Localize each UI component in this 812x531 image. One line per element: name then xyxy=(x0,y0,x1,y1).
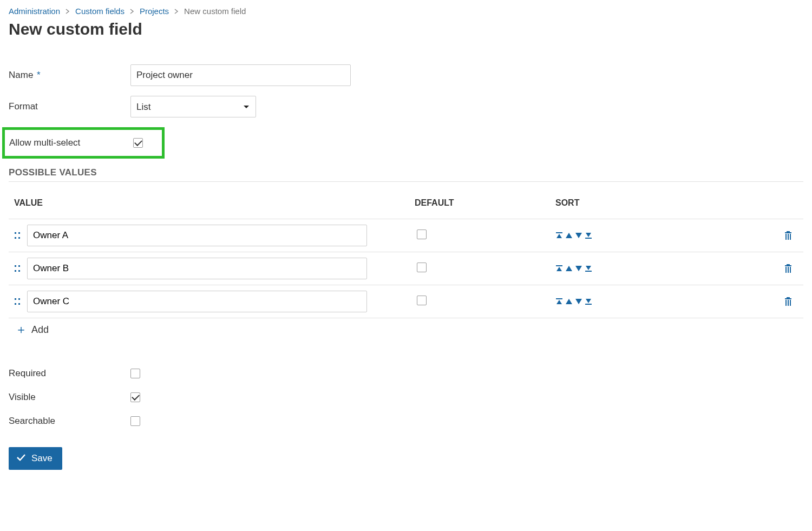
possible-values-table: VALUE DEFAULT SORT xyxy=(9,187,803,318)
col-sort: SORT xyxy=(555,198,772,208)
svg-rect-12 xyxy=(18,265,20,267)
col-value: VALUE xyxy=(14,198,415,208)
svg-rect-5 xyxy=(585,238,592,239)
required-label: Required xyxy=(9,368,130,379)
add-label: Add xyxy=(31,324,49,336)
required-checkbox[interactable] xyxy=(130,369,140,378)
svg-rect-11 xyxy=(15,265,16,267)
row-visible: Visible xyxy=(9,392,803,403)
svg-rect-23 xyxy=(18,298,20,300)
move-up-icon[interactable] xyxy=(565,232,573,239)
save-label: Save xyxy=(31,453,53,464)
svg-rect-22 xyxy=(15,298,16,300)
move-top-icon[interactable] xyxy=(555,265,563,272)
save-button[interactable]: Save xyxy=(9,447,62,470)
breadcrumb-custom-fields[interactable]: Custom fields xyxy=(75,6,125,16)
svg-rect-14 xyxy=(18,270,20,272)
chevron-right-icon xyxy=(174,9,179,14)
drag-handle-icon[interactable] xyxy=(14,264,21,273)
move-bottom-icon[interactable] xyxy=(585,298,592,305)
svg-rect-18 xyxy=(787,264,790,265)
chevron-right-icon xyxy=(130,9,134,14)
svg-rect-21 xyxy=(790,267,791,273)
move-top-icon[interactable] xyxy=(555,232,563,239)
table-row xyxy=(9,252,803,285)
svg-rect-26 xyxy=(556,298,562,299)
required-marker: * xyxy=(37,70,41,80)
svg-rect-13 xyxy=(15,270,16,272)
searchable-label: Searchable xyxy=(9,416,130,427)
name-label: Name * xyxy=(9,70,130,81)
chevron-right-icon xyxy=(66,9,70,14)
svg-rect-16 xyxy=(585,271,592,272)
breadcrumb-projects[interactable]: Projects xyxy=(140,6,169,16)
plus-icon: ＋ xyxy=(15,324,27,336)
drag-handle-icon[interactable] xyxy=(14,297,21,306)
table-row xyxy=(9,219,803,252)
default-checkbox[interactable] xyxy=(417,296,427,305)
row-multiselect-highlight: Allow multi-select xyxy=(2,127,165,159)
svg-rect-31 xyxy=(788,300,789,306)
move-up-icon[interactable] xyxy=(565,298,573,305)
move-down-icon[interactable] xyxy=(575,232,582,239)
svg-rect-0 xyxy=(15,232,16,234)
move-down-icon[interactable] xyxy=(575,298,582,305)
trash-icon[interactable] xyxy=(784,231,793,240)
row-format: Format List xyxy=(9,96,803,117)
svg-rect-24 xyxy=(15,303,16,305)
svg-rect-27 xyxy=(585,304,592,305)
row-searchable: Searchable xyxy=(9,416,803,427)
row-name: Name * xyxy=(9,64,803,86)
svg-rect-1 xyxy=(18,232,20,234)
svg-rect-17 xyxy=(785,265,791,266)
col-actions xyxy=(772,198,804,208)
value-input[interactable] xyxy=(27,291,367,312)
svg-rect-15 xyxy=(556,265,562,266)
format-label: Format xyxy=(9,101,130,112)
multiselect-checkbox[interactable] xyxy=(133,138,143,148)
default-checkbox[interactable] xyxy=(417,230,427,239)
svg-rect-7 xyxy=(787,231,790,232)
move-bottom-icon[interactable] xyxy=(585,265,592,272)
svg-rect-8 xyxy=(785,234,787,240)
svg-rect-9 xyxy=(788,234,789,240)
multiselect-label: Allow multi-select xyxy=(9,137,133,148)
svg-rect-29 xyxy=(787,297,790,298)
svg-rect-10 xyxy=(790,234,791,240)
value-input[interactable] xyxy=(27,258,367,279)
searchable-checkbox[interactable] xyxy=(130,416,140,426)
move-up-icon[interactable] xyxy=(565,265,573,272)
section-divider xyxy=(9,181,803,182)
trash-icon[interactable] xyxy=(784,264,793,273)
possible-values-heading: POSSIBLE VALUES xyxy=(9,167,803,178)
format-select[interactable]: List xyxy=(130,96,256,117)
value-input[interactable] xyxy=(27,225,367,246)
name-input[interactable] xyxy=(130,64,351,86)
visible-checkbox[interactable] xyxy=(130,392,140,402)
name-label-text: Name xyxy=(9,70,33,80)
svg-rect-19 xyxy=(785,267,787,273)
drag-handle-icon[interactable] xyxy=(14,231,21,240)
check-icon xyxy=(16,453,26,464)
svg-rect-4 xyxy=(556,232,562,233)
default-checkbox[interactable] xyxy=(417,263,427,272)
breadcrumb-current: New custom field xyxy=(184,6,246,16)
trash-icon[interactable] xyxy=(784,297,793,306)
svg-rect-3 xyxy=(18,237,20,239)
add-value-button[interactable]: ＋ Add xyxy=(15,324,49,336)
svg-rect-28 xyxy=(785,298,791,299)
svg-rect-6 xyxy=(785,232,791,233)
move-down-icon[interactable] xyxy=(575,265,582,272)
col-default: DEFAULT xyxy=(415,198,555,208)
svg-rect-30 xyxy=(785,300,787,306)
breadcrumb: Administration Custom fields Projects Ne… xyxy=(9,6,803,16)
row-required: Required xyxy=(9,368,803,379)
move-bottom-icon[interactable] xyxy=(585,232,592,239)
breadcrumb-administration[interactable]: Administration xyxy=(9,6,60,16)
svg-rect-25 xyxy=(18,303,20,305)
svg-rect-20 xyxy=(788,267,789,273)
table-header: VALUE DEFAULT SORT xyxy=(9,187,803,219)
visible-label: Visible xyxy=(9,392,130,403)
svg-rect-32 xyxy=(790,300,791,306)
move-top-icon[interactable] xyxy=(555,298,563,305)
